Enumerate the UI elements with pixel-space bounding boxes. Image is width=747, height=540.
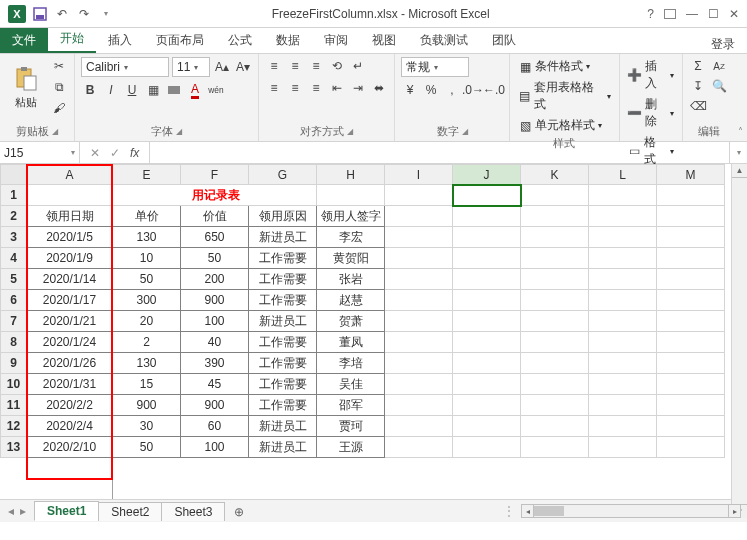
data-cell[interactable]: 赵慧	[317, 290, 385, 311]
col-header-E[interactable]: E	[113, 165, 181, 185]
currency-icon[interactable]: ¥	[401, 81, 419, 99]
horizontal-scrollbar[interactable]: ◂ ▸	[521, 504, 741, 518]
phonetic-button[interactable]: wén	[207, 81, 225, 99]
format-as-table-button[interactable]: ▤套用表格格式▾	[516, 78, 613, 114]
data-cell[interactable]: 130	[113, 227, 181, 248]
insert-cells-button[interactable]: ➕插入▾	[626, 57, 676, 93]
data-cell[interactable]: 李宏	[317, 227, 385, 248]
data-cell[interactable]: 100	[181, 437, 249, 458]
data-cell[interactable]: 130	[113, 353, 181, 374]
formula-input[interactable]	[150, 142, 729, 163]
clipboard-launcher-icon[interactable]: ◢	[52, 127, 58, 136]
selected-cell[interactable]	[453, 185, 521, 206]
data-cell[interactable]: 工作需要	[249, 248, 317, 269]
header-cell[interactable]: 单价	[113, 206, 181, 227]
font-name-combo[interactable]: Calibri▾	[81, 57, 169, 77]
decrease-font-icon[interactable]: A▾	[234, 58, 252, 76]
data-cell[interactable]: 100	[181, 311, 249, 332]
row-header-2[interactable]: 2	[1, 206, 27, 227]
data-cell[interactable]: 工作需要	[249, 395, 317, 416]
redo-icon[interactable]: ↷	[76, 6, 92, 22]
font-color-button[interactable]: A	[186, 81, 204, 99]
decrease-indent-icon[interactable]: ⇤	[328, 79, 346, 97]
row-header-11[interactable]: 11	[1, 395, 27, 416]
tab-view[interactable]: 视图	[360, 28, 408, 53]
align-left-icon[interactable]: ≡	[265, 79, 283, 97]
fill-icon[interactable]: ↧	[689, 77, 707, 95]
header-cell[interactable]: 领用日期	[27, 206, 113, 227]
increase-decimal-icon[interactable]: .0→	[464, 81, 482, 99]
tab-split-icon[interactable]: ⋮	[497, 504, 521, 518]
italic-button[interactable]: I	[102, 81, 120, 99]
data-cell[interactable]: 新进员工	[249, 311, 317, 332]
tab-loadtest[interactable]: 负载测试	[408, 28, 480, 53]
row-header-12[interactable]: 12	[1, 416, 27, 437]
data-cell[interactable]: 650	[181, 227, 249, 248]
sort-filter-icon[interactable]: AZ	[710, 57, 728, 75]
name-box[interactable]: J15▾	[0, 142, 80, 163]
data-cell[interactable]: 贾珂	[317, 416, 385, 437]
data-cell[interactable]: 2020/1/31	[27, 374, 113, 395]
data-cell[interactable]: 新进员工	[249, 437, 317, 458]
tab-team[interactable]: 团队	[480, 28, 528, 53]
row-header-10[interactable]: 10	[1, 374, 27, 395]
number-format-combo[interactable]: 常规▾	[401, 57, 469, 77]
data-cell[interactable]: 20	[113, 311, 181, 332]
row-header-8[interactable]: 8	[1, 332, 27, 353]
col-header-J[interactable]: J	[453, 165, 521, 185]
data-cell[interactable]: 邵军	[317, 395, 385, 416]
fx-icon[interactable]: fx	[130, 146, 139, 160]
help-icon[interactable]: ?	[647, 7, 654, 21]
tab-home[interactable]: 开始	[48, 26, 96, 53]
data-cell[interactable]: 15	[113, 374, 181, 395]
row-header-13[interactable]: 13	[1, 437, 27, 458]
row-header-9[interactable]: 9	[1, 353, 27, 374]
align-right-icon[interactable]: ≡	[307, 79, 325, 97]
data-cell[interactable]: 50	[113, 269, 181, 290]
cut-icon[interactable]: ✂	[50, 57, 68, 75]
data-cell[interactable]: 王源	[317, 437, 385, 458]
header-cell[interactable]: 领用原因	[249, 206, 317, 227]
sheet-tab-1[interactable]: Sheet1	[34, 501, 99, 521]
find-select-icon[interactable]: 🔍	[710, 77, 728, 95]
data-cell[interactable]: 工作需要	[249, 269, 317, 290]
new-sheet-button[interactable]: ⊕	[224, 503, 254, 521]
align-top-icon[interactable]: ≡	[265, 57, 283, 75]
data-cell[interactable]: 2020/2/4	[27, 416, 113, 437]
data-cell[interactable]: 2020/1/24	[27, 332, 113, 353]
border-button[interactable]: ▦	[144, 81, 162, 99]
paste-button[interactable]: 粘贴	[6, 57, 46, 117]
ribbon-display-icon[interactable]	[664, 9, 676, 19]
tab-review[interactable]: 审阅	[312, 28, 360, 53]
namebox-dropdown-icon[interactable]: ▾	[71, 148, 75, 157]
data-cell[interactable]: 贺萧	[317, 311, 385, 332]
minimize-icon[interactable]: —	[686, 7, 698, 21]
data-cell[interactable]: 2020/1/26	[27, 353, 113, 374]
wrap-text-icon[interactable]: ↵	[349, 57, 367, 75]
cancel-formula-icon[interactable]: ✕	[90, 146, 100, 160]
data-cell[interactable]: 工作需要	[249, 353, 317, 374]
col-header-K[interactable]: K	[521, 165, 589, 185]
data-cell[interactable]: 黄贺阳	[317, 248, 385, 269]
close-icon[interactable]: ✕	[729, 7, 739, 21]
tab-data[interactable]: 数据	[264, 28, 312, 53]
row-header-7[interactable]: 7	[1, 311, 27, 332]
bold-button[interactable]: B	[81, 81, 99, 99]
align-bottom-icon[interactable]: ≡	[307, 57, 325, 75]
data-cell[interactable]: 张岩	[317, 269, 385, 290]
expand-formula-bar-icon[interactable]: ▾	[729, 142, 747, 163]
cell-styles-button[interactable]: ▧单元格样式▾	[516, 116, 613, 135]
tab-layout[interactable]: 页面布局	[144, 28, 216, 53]
data-cell[interactable]: 900	[113, 395, 181, 416]
percent-icon[interactable]: %	[422, 81, 440, 99]
fill-color-button[interactable]	[165, 81, 183, 99]
autosum-icon[interactable]: Σ	[689, 57, 707, 75]
orientation-icon[interactable]: ⟲	[328, 57, 346, 75]
data-cell[interactable]: 50	[181, 248, 249, 269]
data-cell[interactable]: 工作需要	[249, 374, 317, 395]
col-header-H[interactable]: H	[317, 165, 385, 185]
row-header-1[interactable]: 1	[1, 185, 27, 206]
col-header-M[interactable]: M	[657, 165, 725, 185]
decrease-decimal-icon[interactable]: ←.0	[485, 81, 503, 99]
header-cell[interactable]: 领用人签字	[317, 206, 385, 227]
